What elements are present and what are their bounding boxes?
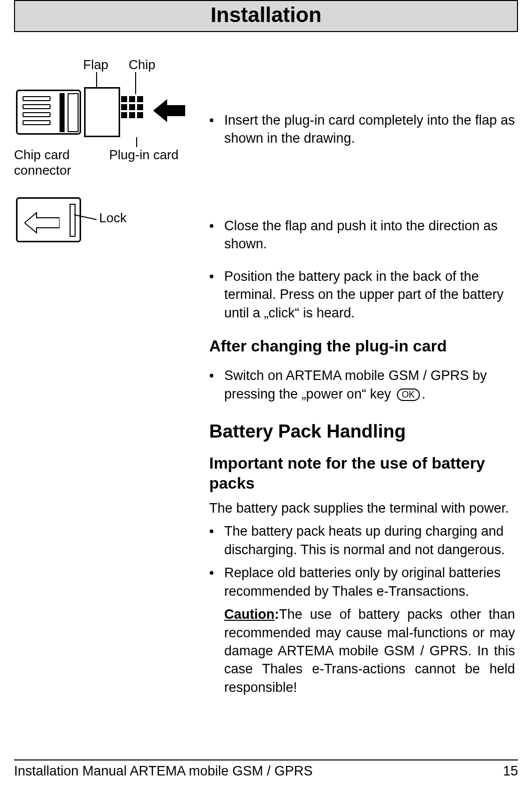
chip-icon <box>121 96 148 126</box>
chip-connector-icon <box>16 90 81 135</box>
flap-icon <box>84 87 120 137</box>
arrow-left-icon <box>153 97 185 126</box>
step-switch-on: • Switch on ARTEMA mobile GSM / GPRS by … <box>209 366 515 403</box>
heading-important-note: Important note for the use of battery pa… <box>209 453 515 493</box>
heading-after-change: After changing the plug-in card <box>209 337 515 355</box>
svg-marker-1 <box>25 213 60 233</box>
note-replace: • Replace old batteries only by original… <box>209 564 515 600</box>
label-plugin: Plug-in card <box>109 147 179 163</box>
step-close-flap: • Close the flap and push it into the di… <box>209 217 515 253</box>
note-intro: The battery pack supplies the terminal w… <box>209 499 515 517</box>
section-title: Installation <box>15 3 517 27</box>
diagram-lock: Lock <box>14 192 209 252</box>
ok-key-icon: OK <box>397 388 420 402</box>
heading-battery-handling: Battery Pack Handling <box>209 421 515 442</box>
diagram-plugin-card: Flap Chip <box>14 57 209 177</box>
section-header: Installation <box>14 0 518 32</box>
svg-marker-0 <box>153 99 185 122</box>
arrow-white-icon <box>25 212 60 236</box>
label-flap: Flap <box>83 57 109 73</box>
note-heat: • The battery pack heats up during charg… <box>209 522 515 559</box>
step-insert-card: • Insert the plug-in card completely int… <box>209 111 515 148</box>
page-number: 15 <box>503 763 518 779</box>
page-footer: Installation Manual ARTEMA mobile GSM / … <box>14 759 518 779</box>
label-connector: Chip card connector <box>14 147 71 178</box>
label-lock: Lock <box>99 210 127 226</box>
step-battery-position: • Position the battery pack in the back … <box>209 267 515 322</box>
label-chip: Chip <box>129 57 155 73</box>
footer-title: Installation Manual ARTEMA mobile GSM / … <box>14 763 313 779</box>
caution-note: Caution:The use of battery packs other t… <box>209 605 515 696</box>
